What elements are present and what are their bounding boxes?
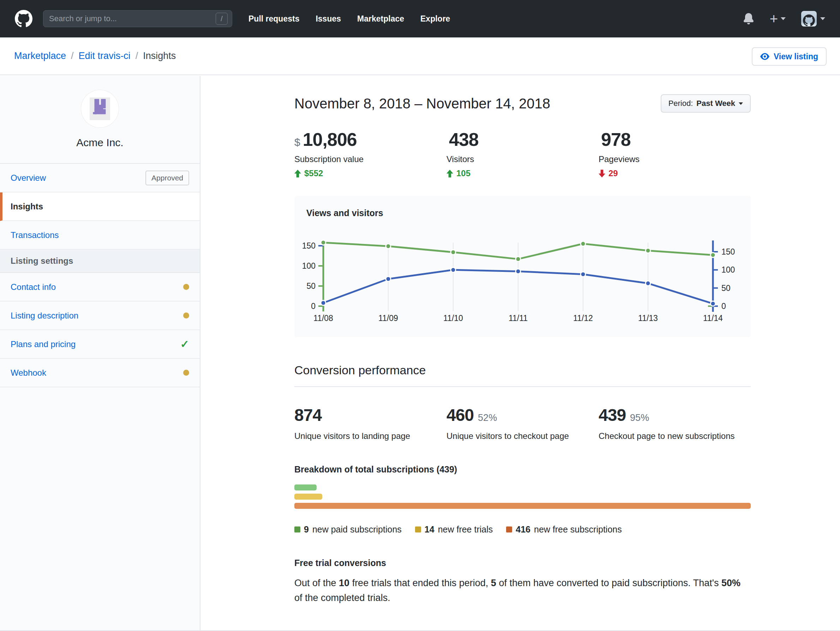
webhook-status-icon <box>183 370 189 376</box>
sidebar-item-transactions[interactable]: Transactions <box>0 221 200 250</box>
nav-pull-requests[interactable]: Pull requests <box>248 14 299 24</box>
stat-value: 978 <box>601 129 631 150</box>
breadcrumb: Marketplace / Edit travis-ci / Insights <box>14 51 176 62</box>
approved-badge: Approved <box>145 171 189 185</box>
top-nav-right: + <box>743 11 825 27</box>
conv-label: Unique visitors to landing page <box>294 431 447 441</box>
svg-text:50: 50 <box>306 281 316 291</box>
conv-label: Checkout page to new subscriptions <box>598 431 751 441</box>
legend-text: new free trials <box>438 524 493 535</box>
notifications-bell-icon[interactable] <box>743 13 754 25</box>
stat-value: 438 <box>449 129 478 150</box>
legend-count: 9 <box>304 524 309 535</box>
github-logo-icon[interactable] <box>15 10 33 28</box>
bar-free-subscriptions <box>294 503 751 509</box>
breakdown-bars <box>294 484 751 509</box>
stat-subscription-value: $ 10,806 Subscription value $552 <box>294 129 447 178</box>
org-avatar <box>81 90 118 128</box>
period-dropdown[interactable]: Period: Past Week <box>661 94 751 113</box>
arrow-up-icon <box>294 169 301 178</box>
global-search[interactable]: / <box>43 10 232 27</box>
views-visitors-chart-panel: Views and visitors 05010015005010015011/… <box>294 196 751 337</box>
summary-stats: $ 10,806 Subscription value $552 438 Vis… <box>294 129 751 178</box>
user-menu[interactable] <box>801 11 825 27</box>
sidebar-item-webhook[interactable]: Webhook <box>0 359 200 387</box>
insights-label: Insights <box>11 202 43 212</box>
nav-issues[interactable]: Issues <box>316 14 341 24</box>
breadcrumb-marketplace[interactable]: Marketplace <box>14 51 66 62</box>
eye-icon <box>760 52 769 61</box>
conversion-stats: 874 Unique visitors to landing page 460 … <box>294 405 751 441</box>
conv-value: 460 <box>447 405 474 425</box>
nav-marketplace[interactable]: Marketplace <box>357 14 404 24</box>
conv-new-subscriptions: 439 95% Checkout page to new subscriptio… <box>598 405 751 441</box>
svg-text:11/13: 11/13 <box>638 313 658 323</box>
breadcrumb-current: Insights <box>143 51 176 62</box>
legend-swatch-green <box>294 527 300 533</box>
listing-description-link[interactable]: Listing description <box>11 311 78 321</box>
travis-ci-logo-icon <box>90 98 110 120</box>
legend-text: new paid subscriptions <box>313 524 402 535</box>
svg-text:150: 150 <box>302 241 316 250</box>
sidebar-item-plans-and-pricing[interactable]: Plans and pricing ✓ <box>0 330 200 359</box>
sidebar-item-listing-description[interactable]: Listing description <box>0 302 200 330</box>
legend-count: 416 <box>516 524 531 535</box>
conversion-performance-heading: Conversion performance <box>294 363 751 377</box>
legend-swatch-orange <box>506 527 512 533</box>
legend-free-subscriptions: 416 new free subscriptions <box>506 524 622 535</box>
chevron-down-icon <box>781 17 786 20</box>
svg-text:11/14: 11/14 <box>703 313 723 323</box>
stat-delta: 105 <box>447 168 598 178</box>
plans-and-pricing-link[interactable]: Plans and pricing <box>11 339 76 349</box>
create-new-menu[interactable]: + <box>770 12 786 26</box>
free-trial-heading: Free trial conversions <box>294 558 751 568</box>
stat-delta-value: 105 <box>456 168 471 178</box>
listing-settings-heading: Listing settings <box>0 250 200 273</box>
webhook-link[interactable]: Webhook <box>11 368 46 378</box>
breadcrumb-edit-listing[interactable]: Edit travis-ci <box>79 51 131 62</box>
stat-delta-value: $552 <box>304 168 323 178</box>
arrow-up-icon <box>447 169 453 178</box>
listing-description-status-icon <box>183 313 189 318</box>
stat-delta: 29 <box>598 168 751 178</box>
conv-value: 874 <box>294 405 322 425</box>
breadcrumb-separator: / <box>71 51 74 62</box>
search-input[interactable] <box>49 14 216 23</box>
conv-landing-page: 874 Unique visitors to landing page <box>294 405 447 441</box>
nav-explore[interactable]: Explore <box>420 14 450 24</box>
svg-text:0: 0 <box>722 302 726 311</box>
view-listing-button[interactable]: View listing <box>752 47 827 66</box>
stat-visitors: 438 Visitors 105 <box>447 129 598 178</box>
period-label: Period: <box>668 99 693 108</box>
conv-label: Unique visitors to checkout page <box>447 431 598 441</box>
listing-sidebar: Acme Inc. Overview Approved Insights Tra… <box>0 76 201 630</box>
plans-and-pricing-status-icon: ✓ <box>180 338 189 350</box>
org-name: Acme Inc. <box>0 137 200 149</box>
stat-delta-value: 29 <box>608 168 618 178</box>
svg-text:11/11: 11/11 <box>508 313 527 323</box>
svg-text:11/09: 11/09 <box>378 313 398 323</box>
views-visitors-line-chart: 05010015005010015011/0811/0911/1011/1111… <box>294 196 751 337</box>
sidebar-menu: Overview Approved Insights Transactions … <box>0 163 200 387</box>
top-navigation-bar: / Pull requests Issues Marketplace Explo… <box>0 0 840 38</box>
conv-percent: 52% <box>478 413 497 423</box>
svg-text:100: 100 <box>302 261 316 270</box>
overview-link[interactable]: Overview <box>11 173 46 183</box>
breadcrumb-bar: Marketplace / Edit travis-ci / Insights … <box>0 38 840 75</box>
org-card: Acme Inc. <box>0 76 200 163</box>
sidebar-item-insights[interactable]: Insights <box>0 193 200 221</box>
svg-text:11/12: 11/12 <box>573 313 593 323</box>
contact-info-status-icon <box>183 284 189 290</box>
avatar <box>801 11 817 27</box>
view-listing-label: View listing <box>774 52 818 62</box>
legend-text: new free subscriptions <box>534 524 622 535</box>
period-value: Past Week <box>696 99 735 108</box>
transactions-link[interactable]: Transactions <box>11 230 59 240</box>
sidebar-item-overview[interactable]: Overview Approved <box>0 164 200 193</box>
plus-icon: + <box>770 12 778 26</box>
conv-value: 439 <box>598 405 626 425</box>
slash-key-hint: / <box>216 13 227 25</box>
sidebar-item-contact-info[interactable]: Contact info <box>0 273 200 302</box>
contact-info-link[interactable]: Contact info <box>11 282 56 292</box>
breakdown-heading: Breakdown of total subscriptions (439) <box>294 464 751 474</box>
